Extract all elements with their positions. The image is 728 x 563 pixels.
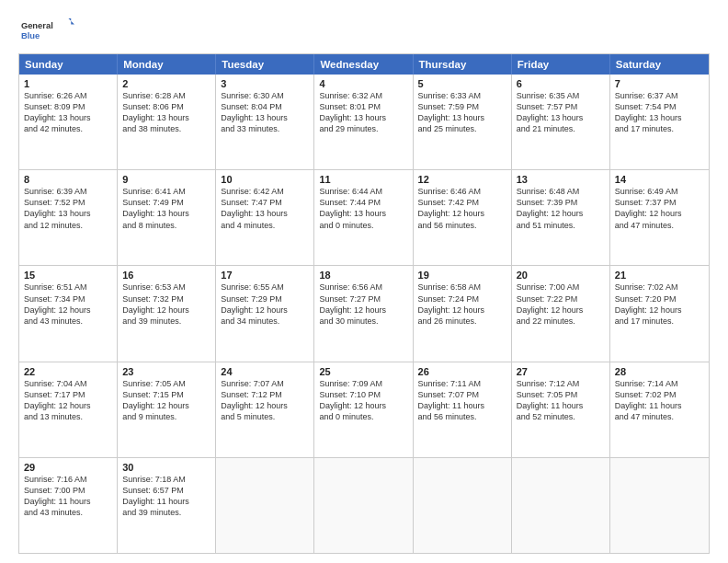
calendar-row-1: 1Sunrise: 6:26 AMSunset: 8:09 PMDaylight… [19, 75, 709, 170]
cell-text: Sunset: 7:52 PM [24, 197, 112, 208]
cell-text: Daylight: 12 hours [319, 400, 407, 411]
cell-text: Sunset: 8:09 PM [24, 101, 112, 112]
cell-text: Daylight: 12 hours [517, 208, 605, 219]
cell-text: Sunrise: 6:46 AM [418, 186, 506, 197]
logo-icon: General Blue [18, 17, 75, 44]
day-cell-9: 9Sunrise: 6:41 AMSunset: 7:49 PMDaylight… [118, 170, 216, 265]
cell-text: Sunrise: 6:26 AM [24, 90, 112, 101]
cell-text: and 42 minutes. [24, 123, 112, 134]
cell-text: Daylight: 12 hours [221, 400, 309, 411]
cell-text: and 34 minutes. [221, 316, 309, 327]
cell-text: Sunset: 7:42 PM [418, 197, 506, 208]
day-number: 2 [122, 78, 210, 89]
cell-text: Daylight: 13 hours [517, 112, 605, 123]
calendar-row-2: 8Sunrise: 6:39 AMSunset: 7:52 PMDaylight… [19, 170, 709, 266]
cell-text: and 0 minutes. [319, 411, 407, 422]
day-number: 22 [24, 366, 112, 377]
cell-text: Sunrise: 7:16 AM [24, 474, 112, 485]
cell-text: Sunrise: 6:32 AM [319, 90, 407, 101]
cell-text: Sunset: 7:00 PM [24, 485, 112, 496]
cell-text: and 30 minutes. [319, 316, 407, 327]
calendar-body: 1Sunrise: 6:26 AMSunset: 8:09 PMDaylight… [19, 75, 709, 553]
day-cell-1: 1Sunrise: 6:26 AMSunset: 8:09 PMDaylight… [19, 75, 118, 169]
day-number: 21 [615, 270, 704, 281]
cell-text: Sunrise: 7:05 AM [122, 378, 210, 389]
svg-text:Blue: Blue [21, 31, 40, 40]
header-day-saturday: Saturday [610, 54, 709, 75]
cell-text: and 26 minutes. [418, 316, 506, 327]
day-number: 9 [122, 174, 210, 185]
day-number: 4 [319, 78, 407, 89]
day-number: 3 [221, 78, 309, 89]
day-cell-10: 10Sunrise: 6:42 AMSunset: 7:47 PMDayligh… [216, 170, 314, 265]
cell-text: and 13 minutes. [24, 411, 112, 422]
day-number: 25 [319, 366, 407, 377]
day-number: 10 [221, 174, 309, 185]
cell-text: Sunrise: 6:44 AM [319, 186, 407, 197]
day-cell-21: 21Sunrise: 7:02 AMSunset: 7:20 PMDayligh… [610, 266, 709, 361]
cell-text: Daylight: 13 hours [221, 208, 309, 219]
cell-text: Sunrise: 6:37 AM [615, 90, 704, 101]
svg-marker-2 [68, 18, 74, 25]
day-number: 18 [319, 270, 407, 281]
cell-text: Daylight: 12 hours [319, 304, 407, 316]
cell-text: Sunset: 7:47 PM [221, 197, 309, 208]
cell-text: Sunrise: 6:33 AM [418, 90, 506, 101]
cell-text: and 52 minutes. [517, 411, 605, 422]
day-number: 7 [615, 78, 704, 89]
cell-text: Daylight: 13 hours [615, 112, 704, 123]
cell-text: and 21 minutes. [517, 123, 605, 134]
day-cell-22: 22Sunrise: 7:04 AMSunset: 7:17 PMDayligh… [19, 362, 118, 457]
cell-text: Sunset: 8:06 PM [122, 101, 210, 112]
day-number: 15 [24, 270, 112, 281]
day-number: 14 [615, 174, 704, 185]
day-number: 16 [122, 270, 210, 281]
cell-text: Sunset: 7:29 PM [221, 293, 309, 304]
empty-cell-4-4 [414, 458, 512, 553]
cell-text: Sunset: 7:32 PM [122, 293, 210, 304]
header-day-sunday: Sunday [19, 54, 118, 75]
day-cell-7: 7Sunrise: 6:37 AMSunset: 7:54 PMDaylight… [610, 75, 709, 169]
cell-text: and 4 minutes. [221, 220, 309, 231]
empty-cell-4-5 [512, 458, 610, 553]
cell-text: Daylight: 13 hours [122, 112, 210, 123]
cell-text: Daylight: 12 hours [615, 208, 704, 219]
calendar-row-4: 22Sunrise: 7:04 AMSunset: 7:17 PMDayligh… [19, 362, 709, 458]
empty-cell-4-6 [610, 458, 709, 553]
cell-text: Daylight: 13 hours [24, 208, 112, 219]
cell-text: Sunrise: 6:58 AM [418, 282, 506, 293]
cell-text: Daylight: 11 hours [122, 496, 210, 507]
cell-text: Daylight: 11 hours [517, 400, 605, 411]
header-day-monday: Monday [118, 54, 216, 75]
cell-text: Sunset: 7:54 PM [615, 101, 704, 112]
cell-text: and 5 minutes. [221, 411, 309, 422]
cell-text: Sunset: 7:07 PM [418, 389, 506, 400]
cell-text: Sunset: 7:49 PM [122, 197, 210, 208]
day-number: 11 [319, 174, 407, 185]
cell-text: Daylight: 13 hours [221, 112, 309, 123]
cell-text: Daylight: 12 hours [615, 304, 704, 316]
day-cell-5: 5Sunrise: 6:33 AMSunset: 7:59 PMDaylight… [414, 75, 512, 169]
header: General Blue [18, 17, 710, 44]
cell-text: and 8 minutes. [122, 220, 210, 231]
cell-text: and 9 minutes. [122, 411, 210, 422]
calendar-row-5: 29Sunrise: 7:16 AMSunset: 7:00 PMDayligh… [19, 458, 709, 553]
day-number: 24 [221, 366, 309, 377]
cell-text: Sunset: 7:34 PM [24, 293, 112, 304]
cell-text: Sunrise: 6:35 AM [517, 90, 605, 101]
cell-text: and 56 minutes. [418, 411, 506, 422]
cell-text: Daylight: 13 hours [122, 208, 210, 219]
day-cell-15: 15Sunrise: 6:51 AMSunset: 7:34 PMDayligh… [19, 266, 118, 361]
day-number: 30 [122, 462, 210, 473]
cell-text: Daylight: 13 hours [319, 112, 407, 123]
empty-cell-4-2 [216, 458, 314, 553]
cell-text: Sunrise: 6:42 AM [221, 186, 309, 197]
cell-text: Sunset: 7:57 PM [517, 101, 605, 112]
day-number: 20 [517, 270, 605, 281]
cell-text: Sunrise: 6:51 AM [24, 282, 112, 293]
day-number: 27 [517, 366, 605, 377]
cell-text: and 39 minutes. [122, 316, 210, 327]
day-number: 29 [24, 462, 112, 473]
cell-text: and 12 minutes. [24, 220, 112, 231]
day-number: 8 [24, 174, 112, 185]
